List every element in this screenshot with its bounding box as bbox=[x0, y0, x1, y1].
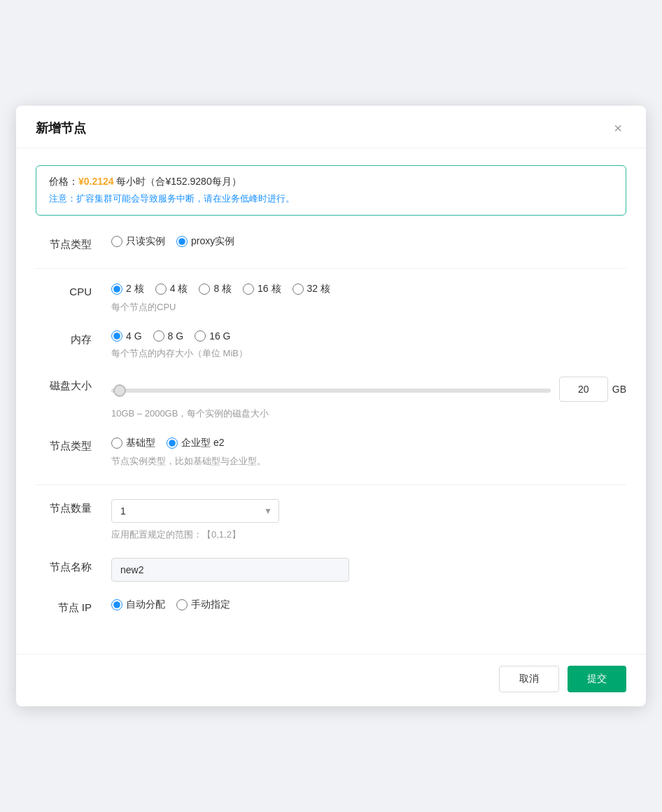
price-line: 价格：¥0.2124 每小时（合¥152.9280每月） bbox=[49, 176, 613, 188]
price-label: 价格： bbox=[49, 176, 78, 187]
node-ip-auto-label: 自动分配 bbox=[126, 598, 165, 611]
disk-slider-wrapper bbox=[111, 383, 551, 396]
instance-type-enterprise[interactable]: 企业型 e2 bbox=[167, 437, 224, 449]
instance-type-hint: 节点实例类型，比如基础型与企业型。 bbox=[111, 455, 626, 468]
node-ip-content: 自动分配 手动指定 bbox=[111, 598, 626, 611]
instance-type-enterprise-label: 企业型 e2 bbox=[181, 437, 224, 449]
node-ip-manual-label: 手动指定 bbox=[191, 598, 230, 611]
add-node-modal: 新增节点 × 价格：¥0.2124 每小时（合¥152.9280每月） 注意：扩… bbox=[16, 106, 646, 706]
memory-16g-radio[interactable] bbox=[195, 330, 206, 342]
modal-body: 价格：¥0.2124 每小时（合¥152.9280每月） 注意：扩容集群可能会导… bbox=[16, 148, 646, 648]
cpu-row: CPU 2 核 4 核 8 核 bbox=[36, 283, 626, 314]
cpu-32core[interactable]: 32 核 bbox=[293, 283, 330, 295]
node-count-label: 节点数量 bbox=[36, 499, 92, 515]
disk-slider[interactable] bbox=[111, 388, 551, 393]
cpu-8core-radio[interactable] bbox=[199, 284, 210, 295]
memory-label: 内存 bbox=[36, 330, 92, 346]
node-type-label: 节点类型 bbox=[36, 235, 92, 251]
node-type-readonly-radio[interactable] bbox=[111, 236, 122, 247]
price-per-hour: 每小时（合¥152.9280每月） bbox=[114, 176, 241, 187]
price-value: ¥0.2124 bbox=[78, 176, 114, 187]
node-name-input[interactable] bbox=[111, 558, 349, 582]
cpu-2core-label: 2 核 bbox=[126, 283, 144, 295]
cpu-hint: 每个节点的CPU bbox=[111, 301, 626, 314]
node-count-hint: 应用配置规定的范围：【0,1,2】 bbox=[111, 528, 626, 541]
node-type-proxy-label: proxy实例 bbox=[191, 235, 234, 248]
node-ip-radio-group: 自动分配 手动指定 bbox=[111, 598, 626, 611]
price-notice: 价格：¥0.2124 每小时（合¥152.9280每月） 注意：扩容集群可能会导… bbox=[36, 165, 626, 216]
cpu-2core[interactable]: 2 核 bbox=[111, 283, 144, 295]
cpu-16core-radio[interactable] bbox=[243, 284, 254, 295]
memory-radio-group: 4 G 8 G 16 G bbox=[111, 330, 626, 342]
cpu-8core-label: 8 核 bbox=[213, 283, 232, 295]
cpu-label: CPU bbox=[36, 283, 92, 298]
memory-row: 内存 4 G 8 G 16 G 每个节点的内存大小（ bbox=[36, 330, 626, 360]
node-name-content bbox=[111, 558, 626, 582]
node-count-content: 0 1 2 ▼ 应用配置规定的范围：【0,1,2】 bbox=[111, 499, 626, 541]
memory-hint: 每个节点的内存大小（单位 MiB） bbox=[111, 347, 626, 360]
cpu-16core[interactable]: 16 核 bbox=[243, 283, 281, 295]
instance-type-label: 节点类型 bbox=[36, 437, 92, 453]
modal-title: 新增节点 bbox=[36, 120, 86, 136]
cpu-radio-group: 2 核 4 核 8 核 16 核 bbox=[111, 283, 626, 295]
memory-8g-radio[interactable] bbox=[153, 330, 164, 342]
node-name-row: 节点名称 bbox=[36, 558, 626, 582]
cpu-8core[interactable]: 8 核 bbox=[199, 283, 232, 295]
node-count-row: 节点数量 0 1 2 ▼ 应用配置规定的范围：【0,1,2】 bbox=[36, 499, 626, 541]
cpu-32core-label: 32 核 bbox=[307, 283, 330, 295]
disk-row: 磁盘大小 GB 10GB – 2000GB，每个实例的磁盘大小 bbox=[36, 377, 626, 420]
cpu-4core-label: 4 核 bbox=[170, 283, 188, 295]
divider-2 bbox=[36, 484, 626, 485]
cpu-2core-radio[interactable] bbox=[111, 284, 122, 295]
modal-footer: 取消 提交 bbox=[16, 654, 646, 706]
submit-button[interactable]: 提交 bbox=[568, 666, 626, 692]
instance-type-content: 基础型 企业型 e2 节点实例类型，比如基础型与企业型。 bbox=[111, 437, 626, 468]
disk-hint: 10GB – 2000GB，每个实例的磁盘大小 bbox=[111, 407, 626, 420]
memory-content: 4 G 8 G 16 G 每个节点的内存大小（单位 MiB） bbox=[111, 330, 626, 360]
instance-type-basic[interactable]: 基础型 bbox=[111, 437, 155, 449]
instance-type-radio-group: 基础型 企业型 e2 bbox=[111, 437, 626, 449]
node-count-select-wrap: 0 1 2 ▼ bbox=[111, 499, 279, 523]
cpu-32core-radio[interactable] bbox=[293, 284, 304, 295]
node-type-row: 节点类型 只读实例 proxy实例 bbox=[36, 235, 626, 251]
cancel-button[interactable]: 取消 bbox=[499, 666, 559, 692]
instance-type-enterprise-radio[interactable] bbox=[167, 438, 178, 449]
disk-size-input[interactable] bbox=[559, 377, 608, 402]
instance-type-basic-label: 基础型 bbox=[126, 437, 155, 449]
node-type-readonly[interactable]: 只读实例 bbox=[111, 235, 165, 248]
node-ip-row: 节点 IP 自动分配 手动指定 bbox=[36, 598, 626, 615]
memory-16g-label: 16 G bbox=[209, 330, 230, 342]
disk-unit: GB bbox=[612, 384, 626, 395]
instance-type-row: 节点类型 基础型 企业型 e2 节点实例类型，比如基础型与企业型。 bbox=[36, 437, 626, 468]
node-type-proxy[interactable]: proxy实例 bbox=[176, 235, 234, 248]
node-type-proxy-radio[interactable] bbox=[176, 236, 188, 247]
memory-4g-radio[interactable] bbox=[111, 330, 122, 342]
cpu-4core[interactable]: 4 核 bbox=[155, 283, 188, 295]
disk-controls: GB bbox=[111, 377, 626, 402]
memory-8g-label: 8 G bbox=[168, 330, 184, 342]
node-type-content: 只读实例 proxy实例 bbox=[111, 235, 626, 248]
node-type-radio-group: 只读实例 proxy实例 bbox=[111, 235, 626, 248]
node-ip-auto-radio[interactable] bbox=[111, 599, 122, 610]
memory-16g[interactable]: 16 G bbox=[195, 330, 230, 342]
disk-label: 磁盘大小 bbox=[36, 377, 92, 393]
cpu-16core-label: 16 核 bbox=[258, 283, 281, 295]
cpu-4core-radio[interactable] bbox=[155, 284, 167, 295]
node-count-select[interactable]: 0 1 2 bbox=[111, 499, 279, 523]
node-type-readonly-label: 只读实例 bbox=[126, 235, 165, 248]
memory-4g-label: 4 G bbox=[126, 330, 142, 342]
cpu-content: 2 核 4 核 8 核 16 核 bbox=[111, 283, 626, 314]
modal-header: 新增节点 × bbox=[16, 106, 646, 148]
memory-8g[interactable]: 8 G bbox=[153, 330, 184, 342]
divider-1 bbox=[36, 268, 626, 269]
node-name-label: 节点名称 bbox=[36, 558, 92, 574]
node-ip-manual[interactable]: 手动指定 bbox=[176, 598, 230, 611]
close-button[interactable]: × bbox=[610, 120, 626, 136]
disk-content: GB 10GB – 2000GB，每个实例的磁盘大小 bbox=[111, 377, 626, 420]
node-ip-label: 节点 IP bbox=[36, 598, 92, 615]
node-ip-manual-radio[interactable] bbox=[176, 599, 188, 610]
instance-type-basic-radio[interactable] bbox=[111, 438, 122, 449]
node-ip-auto[interactable]: 自动分配 bbox=[111, 598, 165, 611]
memory-4g[interactable]: 4 G bbox=[111, 330, 142, 342]
notice-text: 注意：扩容集群可能会导致服务中断，请在业务低峰时进行。 bbox=[49, 192, 613, 205]
